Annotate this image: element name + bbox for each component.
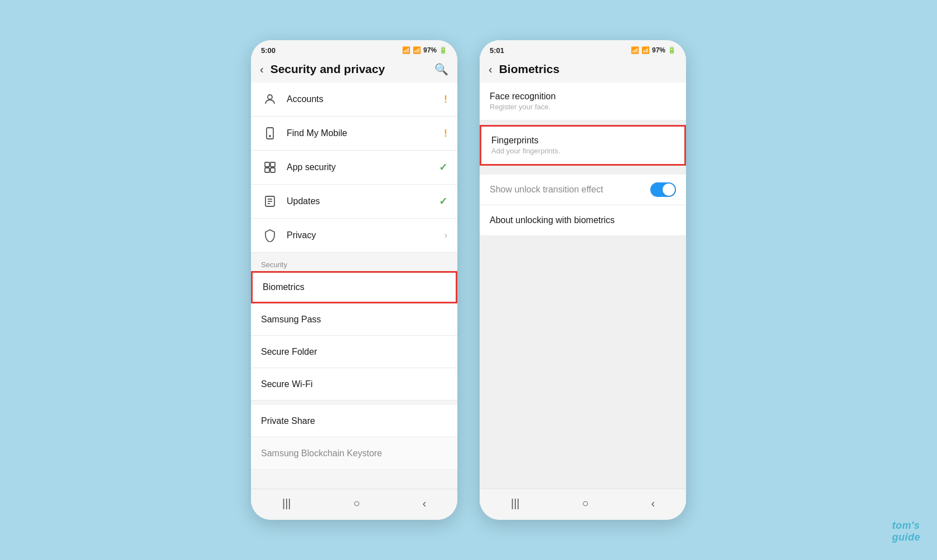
left-page-title: Security and privacy — [271, 62, 428, 76]
accounts-icon — [261, 90, 279, 108]
left-status-bar: 5:00 📶 📶 97% 🔋 — [251, 40, 457, 58]
app-security-icon — [261, 158, 279, 176]
updates-icon — [261, 192, 279, 210]
find-my-mobile-label: Find My Mobile — [287, 128, 444, 138]
toggle-knob — [663, 184, 675, 196]
security-section-label: Security — [251, 253, 457, 271]
accounts-badge: ! — [444, 94, 447, 105]
fingerprints-title: Fingerprints — [491, 136, 674, 146]
face-recognition-title: Face recognition — [490, 91, 676, 102]
face-recognition-subtitle: Register your face. — [490, 103, 676, 111]
about-biometrics-item[interactable]: About unlocking with biometrics — [480, 205, 686, 236]
fingerprints-group: Fingerprints Add your fingerprints. — [480, 125, 686, 166]
left-search-button[interactable]: 🔍 — [434, 62, 448, 76]
left-nav-bar: ||| ○ ‹ — [251, 489, 457, 520]
menu-item-privacy[interactable]: Privacy › — [251, 219, 457, 253]
toggle-switch[interactable] — [650, 182, 676, 197]
battery-percent: 97% — [423, 46, 437, 54]
privacy-icon — [261, 226, 279, 244]
svg-rect-3 — [265, 162, 269, 167]
menu-item-samsung-pass[interactable]: Samsung Pass — [251, 303, 457, 336]
face-recognition-item[interactable]: Face recognition Register your face. — [480, 83, 686, 120]
secure-wifi-label: Secure Wi-Fi — [261, 379, 312, 389]
app-security-label: App security — [287, 162, 439, 172]
right-header: ‹ Biometrics — [480, 58, 686, 83]
toms-guide-text1: tom's — [892, 520, 920, 531]
updates-badge: ✓ — [439, 195, 447, 207]
fingerprints-subtitle: Add your fingerprints. — [491, 147, 674, 155]
right-back-button[interactable]: ‹ — [489, 63, 492, 76]
right-content: Face recognition Register your face. Fin… — [480, 83, 686, 489]
svg-point-2 — [269, 136, 271, 137]
menu-item-find-my-mobile[interactable]: Find My Mobile ! — [251, 117, 457, 151]
left-back-nav-button[interactable]: ‹ — [412, 495, 436, 512]
menu-item-biometrics[interactable]: Biometrics — [251, 271, 457, 303]
right-wifi-icon: 📶 — [631, 46, 639, 54]
blockchain-label: Samsung Blockchain Keystore — [261, 448, 382, 458]
svg-rect-1 — [267, 128, 273, 139]
biometrics-label: Biometrics — [263, 282, 446, 292]
toggle-group: Show unlock transition effect About unlo… — [480, 175, 686, 236]
toms-guide-watermark: tom's guide — [892, 520, 921, 543]
toggle-row: Show unlock transition effect — [480, 175, 686, 205]
svg-point-0 — [268, 95, 272, 99]
app-security-badge: ✓ — [439, 161, 447, 173]
svg-rect-4 — [271, 162, 275, 167]
menu-item-secure-folder[interactable]: Secure Folder — [251, 336, 457, 368]
right-status-bar: 5:01 📶 📶 97% 🔋 — [480, 40, 686, 58]
menu-item-accounts[interactable]: Accounts ! — [251, 83, 457, 117]
menu-item-blockchain[interactable]: Samsung Blockchain Keystore — [251, 437, 457, 470]
left-recents-button[interactable]: ||| — [272, 495, 301, 512]
left-home-button[interactable]: ○ — [343, 495, 370, 512]
right-status-icons: 📶 📶 97% 🔋 — [631, 46, 676, 54]
signal-icon: 📶 — [413, 46, 421, 54]
updates-label: Updates — [287, 196, 439, 206]
left-header: ‹ Security and privacy 🔍 — [251, 58, 457, 83]
private-share-label: Private Share — [261, 416, 315, 426]
menu-item-app-security[interactable]: App security ✓ — [251, 151, 457, 185]
right-nav-bar: ||| ○ ‹ — [480, 489, 686, 520]
right-page-title: Biometrics — [499, 62, 677, 76]
right-separator — [480, 170, 686, 175]
right-phone: 5:01 📶 📶 97% 🔋 ‹ Biometrics Face recogni… — [480, 40, 686, 520]
privacy-label: Privacy — [287, 230, 445, 240]
battery-icon: 🔋 — [439, 46, 447, 54]
left-phone: 5:00 📶 📶 97% 🔋 ‹ Security and privacy 🔍 … — [251, 40, 457, 520]
accounts-label: Accounts — [287, 94, 444, 104]
toms-guide-text2: guide — [892, 532, 921, 543]
fingerprints-item[interactable]: Fingerprints Add your fingerprints. — [480, 125, 686, 166]
face-recognition-group: Face recognition Register your face. — [480, 83, 686, 120]
right-recents-button[interactable]: ||| — [501, 495, 530, 512]
about-biometrics-label: About unlocking with biometrics — [490, 215, 615, 225]
menu-item-updates[interactable]: Updates ✓ — [251, 185, 457, 219]
left-content: Accounts ! Find My Mobile ! — [251, 83, 457, 489]
secure-folder-label: Secure Folder — [261, 347, 317, 357]
privacy-chevron: › — [445, 230, 447, 240]
separator — [251, 400, 457, 405]
svg-rect-5 — [265, 168, 269, 172]
menu-item-private-share[interactable]: Private Share — [251, 405, 457, 437]
menu-item-secure-wifi[interactable]: Secure Wi-Fi — [251, 368, 457, 400]
samsung-pass-label: Samsung Pass — [261, 315, 321, 325]
right-signal-icon: 📶 — [641, 46, 650, 54]
find-my-mobile-icon — [261, 124, 279, 142]
wifi-icon: 📶 — [402, 46, 410, 54]
right-time: 5:01 — [490, 46, 504, 55]
left-time: 5:00 — [261, 46, 276, 55]
toggle-label: Show unlock transition effect — [490, 185, 603, 195]
left-back-button[interactable]: ‹ — [260, 63, 264, 76]
left-status-icons: 📶 📶 97% 🔋 — [402, 46, 447, 54]
right-battery-percent: 97% — [652, 46, 665, 54]
right-battery-icon: 🔋 — [668, 46, 676, 54]
right-home-button[interactable]: ○ — [572, 495, 598, 512]
find-my-mobile-badge: ! — [444, 128, 447, 139]
right-back-nav-button[interactable]: ‹ — [641, 495, 665, 512]
svg-rect-6 — [271, 168, 275, 172]
